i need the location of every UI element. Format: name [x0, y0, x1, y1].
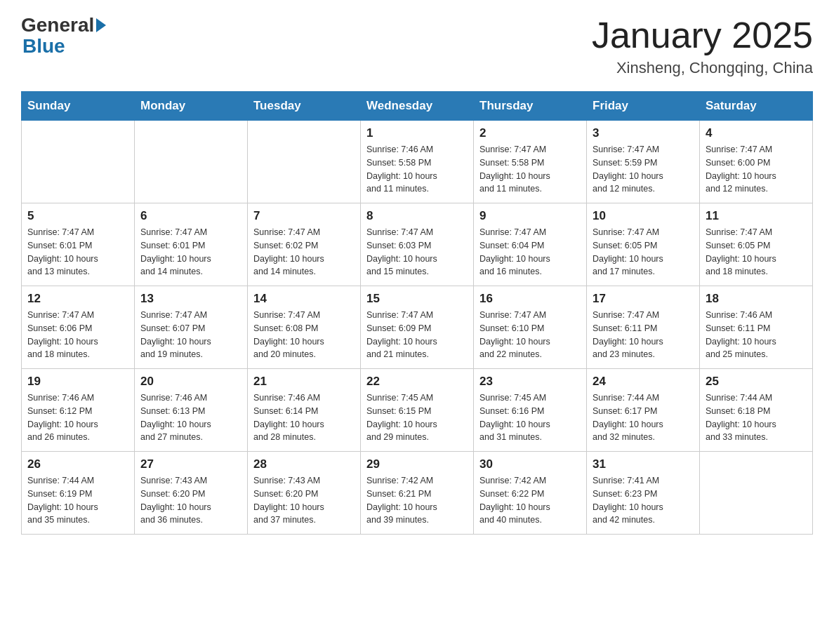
calendar-cell: 15Sunrise: 7:47 AMSunset: 6:09 PMDayligh… — [361, 286, 474, 369]
day-info: Sunrise: 7:47 AMSunset: 6:02 PMDaylight:… — [253, 226, 355, 279]
day-info: Sunrise: 7:47 AMSunset: 5:59 PMDaylight:… — [593, 143, 694, 196]
logo-blue-text: Blue — [22, 35, 65, 58]
day-number: 26 — [27, 457, 128, 471]
day-info: Sunrise: 7:42 AMSunset: 6:22 PMDaylight:… — [479, 474, 581, 527]
calendar-week-row: 5Sunrise: 7:47 AMSunset: 6:01 PMDaylight… — [22, 203, 813, 286]
calendar-week-row: 1Sunrise: 7:46 AMSunset: 5:58 PMDaylight… — [22, 121, 813, 203]
calendar-cell: 30Sunrise: 7:42 AMSunset: 6:22 PMDayligh… — [474, 452, 587, 535]
day-number: 23 — [479, 375, 581, 389]
calendar-cell: 20Sunrise: 7:46 AMSunset: 6:13 PMDayligh… — [135, 369, 248, 452]
day-number: 27 — [140, 457, 241, 471]
day-number: 10 — [593, 209, 694, 223]
subtitle: Xinsheng, Chongqing, China — [592, 59, 813, 77]
weekday-header-monday: Monday — [135, 92, 248, 121]
page-header: General Blue January 2025 Xinsheng, Chon… — [21, 14, 813, 77]
calendar-cell: 3Sunrise: 7:47 AMSunset: 5:59 PMDaylight… — [587, 121, 700, 203]
calendar-cell: 6Sunrise: 7:47 AMSunset: 6:01 PMDaylight… — [135, 203, 248, 286]
calendar-cell: 29Sunrise: 7:42 AMSunset: 6:21 PMDayligh… — [361, 452, 474, 535]
day-number: 15 — [366, 292, 468, 306]
day-info: Sunrise: 7:43 AMSunset: 6:20 PMDaylight:… — [253, 474, 355, 527]
calendar-cell: 7Sunrise: 7:47 AMSunset: 6:02 PMDaylight… — [248, 203, 361, 286]
logo-arrow-icon — [96, 18, 106, 32]
day-info: Sunrise: 7:42 AMSunset: 6:21 PMDaylight:… — [366, 474, 468, 527]
calendar-cell: 31Sunrise: 7:41 AMSunset: 6:23 PMDayligh… — [587, 452, 700, 535]
day-number: 21 — [253, 375, 355, 389]
day-info: Sunrise: 7:44 AMSunset: 6:17 PMDaylight:… — [593, 391, 694, 444]
day-info: Sunrise: 7:47 AMSunset: 6:06 PMDaylight:… — [27, 309, 128, 361]
weekday-header-tuesday: Tuesday — [248, 92, 361, 121]
calendar-cell: 25Sunrise: 7:44 AMSunset: 6:18 PMDayligh… — [700, 369, 813, 452]
day-number: 3 — [593, 126, 694, 140]
calendar-cell: 19Sunrise: 7:46 AMSunset: 6:12 PMDayligh… — [22, 369, 135, 452]
calendar-week-row: 19Sunrise: 7:46 AMSunset: 6:12 PMDayligh… — [22, 369, 813, 452]
title-block: January 2025 Xinsheng, Chongqing, China — [592, 14, 813, 77]
day-info: Sunrise: 7:46 AMSunset: 6:14 PMDaylight:… — [253, 391, 355, 444]
day-info: Sunrise: 7:43 AMSunset: 6:20 PMDaylight:… — [140, 474, 241, 527]
calendar-cell: 24Sunrise: 7:44 AMSunset: 6:17 PMDayligh… — [587, 369, 700, 452]
calendar-cell: 22Sunrise: 7:45 AMSunset: 6:15 PMDayligh… — [361, 369, 474, 452]
day-info: Sunrise: 7:47 AMSunset: 6:01 PMDaylight:… — [140, 226, 241, 279]
day-number: 22 — [366, 375, 468, 389]
calendar-cell: 5Sunrise: 7:47 AMSunset: 6:01 PMDaylight… — [22, 203, 135, 286]
day-info: Sunrise: 7:47 AMSunset: 6:03 PMDaylight:… — [366, 226, 468, 279]
calendar-cell: 2Sunrise: 7:47 AMSunset: 5:58 PMDaylight… — [474, 121, 587, 203]
calendar-table: SundayMondayTuesdayWednesdayThursdayFrid… — [21, 91, 813, 535]
calendar-cell: 16Sunrise: 7:47 AMSunset: 6:10 PMDayligh… — [474, 286, 587, 369]
weekday-header-wednesday: Wednesday — [361, 92, 474, 121]
day-number: 17 — [593, 292, 694, 306]
calendar-cell: 23Sunrise: 7:45 AMSunset: 6:16 PMDayligh… — [474, 369, 587, 452]
calendar-cell: 12Sunrise: 7:47 AMSunset: 6:06 PMDayligh… — [22, 286, 135, 369]
day-number: 5 — [27, 209, 128, 223]
day-number: 31 — [593, 457, 694, 471]
day-number: 11 — [706, 209, 807, 223]
day-number: 4 — [706, 126, 807, 140]
day-number: 18 — [706, 292, 807, 306]
day-info: Sunrise: 7:44 AMSunset: 6:18 PMDaylight:… — [706, 391, 807, 444]
day-number: 25 — [706, 375, 807, 389]
calendar-cell: 17Sunrise: 7:47 AMSunset: 6:11 PMDayligh… — [587, 286, 700, 369]
calendar-cell: 13Sunrise: 7:47 AMSunset: 6:07 PMDayligh… — [135, 286, 248, 369]
day-number: 1 — [366, 126, 468, 140]
calendar-cell: 9Sunrise: 7:47 AMSunset: 6:04 PMDaylight… — [474, 203, 587, 286]
calendar-cell: 10Sunrise: 7:47 AMSunset: 6:05 PMDayligh… — [587, 203, 700, 286]
calendar-cell — [135, 121, 248, 203]
day-number: 12 — [27, 292, 128, 306]
day-number: 29 — [366, 457, 468, 471]
day-info: Sunrise: 7:46 AMSunset: 5:58 PMDaylight:… — [366, 143, 468, 196]
calendar-week-row: 26Sunrise: 7:44 AMSunset: 6:19 PMDayligh… — [22, 452, 813, 535]
calendar-cell: 28Sunrise: 7:43 AMSunset: 6:20 PMDayligh… — [248, 452, 361, 535]
day-info: Sunrise: 7:47 AMSunset: 6:05 PMDaylight:… — [706, 226, 807, 279]
day-info: Sunrise: 7:44 AMSunset: 6:19 PMDaylight:… — [27, 474, 128, 527]
day-number: 14 — [253, 292, 355, 306]
day-info: Sunrise: 7:41 AMSunset: 6:23 PMDaylight:… — [593, 474, 694, 527]
day-info: Sunrise: 7:47 AMSunset: 6:10 PMDaylight:… — [479, 309, 581, 361]
day-info: Sunrise: 7:45 AMSunset: 6:16 PMDaylight:… — [479, 391, 581, 444]
logo-general-text: General — [21, 14, 94, 36]
weekday-header-thursday: Thursday — [474, 92, 587, 121]
weekday-header-friday: Friday — [587, 92, 700, 121]
calendar-cell: 27Sunrise: 7:43 AMSunset: 6:20 PMDayligh… — [135, 452, 248, 535]
calendar-cell: 21Sunrise: 7:46 AMSunset: 6:14 PMDayligh… — [248, 369, 361, 452]
day-info: Sunrise: 7:47 AMSunset: 6:09 PMDaylight:… — [366, 309, 468, 361]
day-info: Sunrise: 7:47 AMSunset: 6:08 PMDaylight:… — [253, 309, 355, 361]
day-info: Sunrise: 7:47 AMSunset: 6:01 PMDaylight:… — [27, 226, 128, 279]
calendar-cell: 8Sunrise: 7:47 AMSunset: 6:03 PMDaylight… — [361, 203, 474, 286]
day-number: 6 — [140, 209, 241, 223]
day-number: 13 — [140, 292, 241, 306]
day-number: 30 — [479, 457, 581, 471]
calendar-cell — [248, 121, 361, 203]
day-info: Sunrise: 7:46 AMSunset: 6:11 PMDaylight:… — [706, 309, 807, 361]
day-info: Sunrise: 7:47 AMSunset: 6:00 PMDaylight:… — [706, 143, 807, 196]
calendar-cell — [22, 121, 135, 203]
day-number: 2 — [479, 126, 581, 140]
calendar-cell: 4Sunrise: 7:47 AMSunset: 6:00 PMDaylight… — [700, 121, 813, 203]
day-info: Sunrise: 7:47 AMSunset: 5:58 PMDaylight:… — [479, 143, 581, 196]
calendar-header-row: SundayMondayTuesdayWednesdayThursdayFrid… — [22, 92, 813, 121]
day-number: 24 — [593, 375, 694, 389]
calendar-cell: 26Sunrise: 7:44 AMSunset: 6:19 PMDayligh… — [22, 452, 135, 535]
day-info: Sunrise: 7:47 AMSunset: 6:04 PMDaylight:… — [479, 226, 581, 279]
calendar-cell: 11Sunrise: 7:47 AMSunset: 6:05 PMDayligh… — [700, 203, 813, 286]
weekday-header-saturday: Saturday — [700, 92, 813, 121]
calendar-week-row: 12Sunrise: 7:47 AMSunset: 6:06 PMDayligh… — [22, 286, 813, 369]
calendar-cell: 14Sunrise: 7:47 AMSunset: 6:08 PMDayligh… — [248, 286, 361, 369]
